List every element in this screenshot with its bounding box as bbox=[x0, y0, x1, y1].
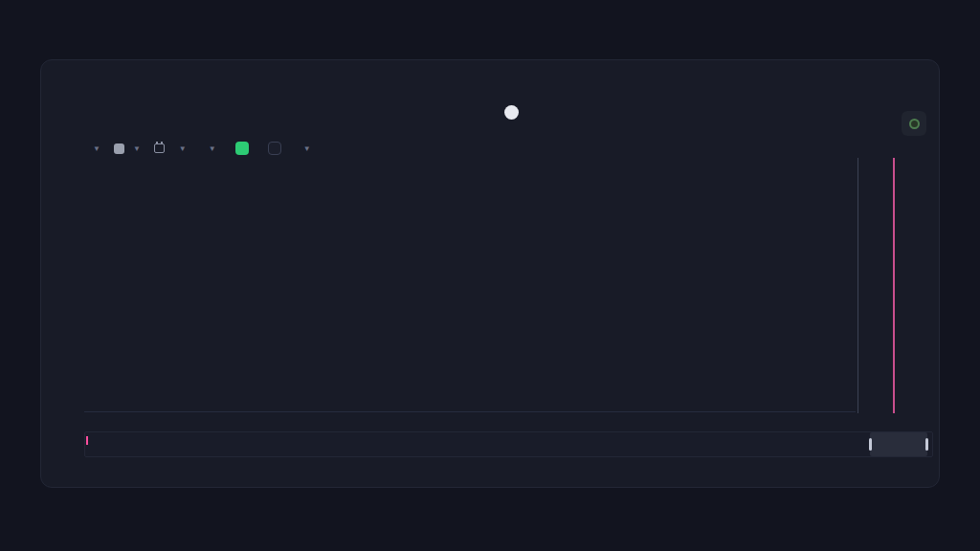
navigator-handle-right[interactable] bbox=[925, 438, 928, 451]
price-axis-line bbox=[858, 158, 858, 413]
chart-canvas bbox=[84, 158, 856, 411]
navigator-handle-left[interactable] bbox=[869, 438, 872, 451]
color-swatch-selector[interactable]: ▼ bbox=[114, 143, 141, 154]
chevron-down-icon: ▼ bbox=[209, 144, 216, 153]
chart-toolbar: ▼ ▼ ▼ ▼ ▼ bbox=[84, 140, 324, 157]
navigator-sparkline bbox=[85, 432, 932, 456]
chart-navigator[interactable] bbox=[84, 431, 933, 457]
pin-axis-checkbox[interactable] bbox=[268, 142, 281, 155]
indicators-selector[interactable]: ▼ bbox=[200, 144, 216, 153]
style-selector[interactable]: ▼ bbox=[84, 144, 100, 153]
navigator-start-tick bbox=[86, 436, 88, 445]
calendar-icon bbox=[154, 143, 165, 153]
interval-selector[interactable]: ▼ bbox=[154, 143, 187, 153]
app-window: { "tabs": { "menu_icon": "⋮", "close_ico… bbox=[0, 0, 980, 551]
pin-axis-toggle[interactable] bbox=[262, 142, 281, 155]
show-axis-checkbox[interactable] bbox=[235, 142, 249, 155]
axis-maxmin-selector[interactable]: ▼ bbox=[295, 144, 311, 153]
chevron-down-icon: ▼ bbox=[179, 144, 187, 153]
x-axis-line bbox=[84, 411, 856, 412]
chevron-down-icon: ▼ bbox=[133, 144, 141, 153]
percent-axis-line bbox=[893, 158, 895, 413]
status-dot-button[interactable] bbox=[902, 111, 926, 136]
chevron-down-icon: ▼ bbox=[303, 144, 311, 153]
color-swatch bbox=[114, 143, 124, 154]
green-dot-icon bbox=[909, 119, 920, 129]
navigator-selection[interactable] bbox=[870, 432, 927, 456]
chevron-down-icon: ▼ bbox=[93, 144, 100, 153]
main-chart-area[interactable] bbox=[84, 158, 856, 411]
swap-axis-icon[interactable] bbox=[504, 105, 519, 120]
show-axis-toggle[interactable] bbox=[230, 142, 249, 155]
